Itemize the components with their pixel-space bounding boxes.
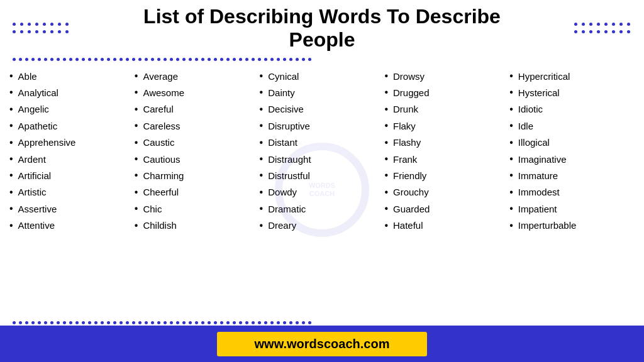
list-item: •Chic (135, 201, 260, 216)
list-item: •Drowsy (384, 69, 509, 84)
list-item: •Immodest (509, 185, 635, 200)
bullet-icon: • (509, 119, 513, 133)
list-item: •Ardent (9, 151, 135, 167)
bullet-icon: • (260, 102, 264, 116)
list-item: •Guarded (384, 201, 509, 216)
bullet-icon: • (135, 185, 138, 199)
list-item: •Dramatic (260, 201, 385, 216)
bullet-icon: • (9, 219, 13, 233)
list-item: •Frank (384, 151, 509, 167)
bullet-icon: • (135, 219, 138, 233)
title-line1: List of Describing Words To Describe (143, 5, 501, 28)
list-item: •Careless (135, 118, 260, 133)
column-2: •Average •Awesome •Careful •Careless •Ca… (135, 69, 260, 314)
title-line2: People (289, 28, 355, 51)
list-item: •Drugged (384, 85, 509, 100)
list-item: •Artistic (9, 185, 135, 200)
list-item: •Able (9, 69, 135, 84)
bullet-icon: • (135, 85, 138, 99)
list-item: •Grouchy (384, 185, 509, 200)
content-area: WORDSCOACH •Able •Analytical •Angelic •A… (0, 62, 644, 317)
bullet-icon: • (384, 136, 388, 150)
list-item: •Careful (135, 102, 260, 117)
list-item: •Drunk (384, 102, 509, 117)
bullet-icon: • (9, 136, 13, 150)
bullet-icon: • (135, 168, 138, 182)
list-item: •Immature (509, 168, 635, 183)
bullet-icon: • (135, 136, 138, 150)
bullet-icon: • (260, 152, 264, 166)
bullet-icon: • (260, 69, 264, 83)
list-item: •Hysterical (509, 85, 635, 100)
bullet-icon: • (384, 69, 388, 83)
column-1: •Able •Analytical •Angelic •Apathetic •A… (9, 69, 135, 314)
bullet-icon: • (509, 219, 513, 233)
bullet-icon: • (260, 85, 264, 99)
bullet-icon: • (509, 85, 513, 99)
column-3: •Cynical •Dainty •Decisive •Disruptive •… (260, 69, 385, 314)
list-item: •Artificial (9, 168, 135, 183)
list-item: •Imaginative (509, 151, 635, 167)
list-item: •Dowdy (260, 185, 385, 200)
footer: www.wordscoach.com (0, 326, 644, 362)
list-item: •Imperturbable (509, 218, 635, 233)
bullet-icon: • (260, 219, 264, 233)
bullet-icon: • (509, 102, 513, 116)
list-item: •Average (135, 69, 260, 84)
list-item: •Dainty (260, 85, 385, 100)
dot-row-2 (0, 54, 644, 62)
list-item: •Analytical (9, 85, 135, 100)
bullet-icon: • (384, 85, 388, 99)
bullet-icon: • (260, 119, 264, 133)
list-item: •Awesome (135, 85, 260, 100)
column-4: •Drowsy •Drugged •Drunk •Flaky •Flashy •… (384, 69, 509, 314)
bullet-icon: • (384, 168, 388, 182)
bullet-icon: • (9, 85, 13, 99)
list-item: •Decisive (260, 102, 385, 117)
bullet-icon: • (509, 152, 513, 166)
list-item: •Idle (509, 118, 635, 133)
column-5: •Hypercritical •Hysterical •Idiotic •Idl… (509, 69, 635, 314)
title-area: List of Describing Words To Describe Peo… (70, 5, 574, 52)
list-item: •Apprehensive (9, 135, 135, 150)
bullet-icon: • (9, 69, 13, 83)
dots-right (574, 23, 631, 35)
list-item: •Attentive (9, 218, 135, 233)
list-item: •Apathetic (9, 118, 135, 133)
bullet-icon: • (509, 202, 513, 216)
footer-badge: www.wordscoach.com (217, 332, 428, 356)
bullet-icon: • (384, 102, 388, 116)
bullet-icon: • (9, 102, 13, 116)
bullet-icon: • (384, 202, 388, 216)
list-item: •Cautious (135, 151, 260, 167)
bullet-icon: • (384, 152, 388, 166)
bullet-icon: • (509, 136, 513, 150)
bullet-icon: • (9, 152, 13, 166)
list-item: •Cheerful (135, 185, 260, 200)
bullet-icon: • (135, 102, 138, 116)
list-item: •Idiotic (509, 102, 635, 117)
bullet-icon: • (260, 168, 264, 182)
list-item: •Caustic (135, 135, 260, 150)
list-item: •Disruptive (260, 118, 385, 133)
footer-url: www.wordscoach.com (255, 337, 390, 351)
list-item: •Impatient (509, 201, 635, 216)
bullet-icon: • (9, 202, 13, 216)
page-wrapper: List of Describing Words To Describe Peo… (0, 0, 644, 362)
bullet-icon: • (135, 152, 138, 166)
list-item: •Dreary (260, 218, 385, 233)
bullet-icon: • (384, 219, 388, 233)
list-item: •Friendly (384, 168, 509, 183)
page-title: List of Describing Words To Describe Peo… (70, 5, 574, 52)
list-item: •Hateful (384, 218, 509, 233)
bullet-icon: • (260, 136, 264, 150)
list-item: •Distant (260, 135, 385, 150)
bullet-icon: • (135, 202, 138, 216)
list-item: •Cynical (260, 69, 385, 84)
bullet-icon: • (9, 119, 13, 133)
list-item: •Angelic (9, 102, 135, 117)
bullet-icon: • (9, 168, 13, 182)
dots-left (13, 23, 70, 35)
list-item: •Illogical (509, 135, 635, 150)
bullet-icon: • (9, 185, 13, 199)
